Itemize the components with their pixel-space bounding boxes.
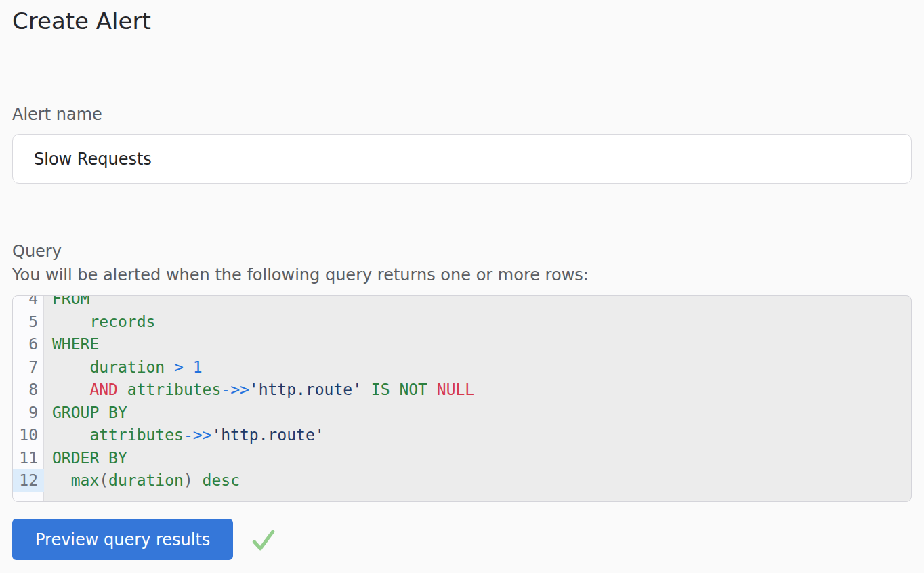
alert-name-input[interactable] — [12, 134, 912, 184]
code-text: FROM — [44, 295, 89, 311]
line-number: 11 — [13, 447, 44, 470]
code-text: records — [44, 311, 155, 334]
code-line[interactable]: 8 AND attributes->>'http.route' IS NOT N… — [13, 379, 911, 402]
code-text: ORDER BY — [44, 447, 127, 470]
line-number: 12 — [13, 469, 44, 492]
actions-row: Preview query results — [12, 519, 912, 560]
query-description: You will be alerted when the following q… — [12, 264, 912, 286]
line-number: 6 — [13, 333, 44, 356]
check-icon — [249, 525, 278, 555]
line-number: 10 — [13, 424, 44, 447]
code-line[interactable]: 9GROUP BY — [13, 402, 911, 425]
code-line[interactable]: 11ORDER BY — [13, 447, 911, 470]
line-number: 9 — [13, 402, 44, 425]
code-line[interactable]: 7 duration > 1 — [13, 356, 911, 379]
line-number: 5 — [13, 311, 44, 334]
code-line[interactable]: 10 attributes->>'http.route' — [13, 424, 911, 447]
line-number: 4 — [13, 295, 44, 311]
line-number: 8 — [13, 379, 44, 402]
code-line[interactable]: 4FROM — [13, 295, 911, 311]
code-lines: 4FROM5 records6WHERE7 duration > 18 AND … — [13, 295, 911, 492]
code-line[interactable]: 6WHERE — [13, 333, 911, 356]
page-title: Create Alert — [12, 0, 912, 37]
line-number: 7 — [13, 356, 44, 379]
code-text: AND attributes->>'http.route' IS NOT NUL… — [44, 379, 474, 402]
code-line[interactable]: 12 max(duration) desc — [13, 469, 911, 492]
code-text: attributes->>'http.route' — [44, 424, 324, 447]
sql-editor[interactable]: 4FROM5 records6WHERE7 duration > 18 AND … — [12, 295, 912, 502]
code-text: WHERE — [44, 333, 99, 356]
query-label: Query — [12, 240, 912, 262]
code-line[interactable]: 5 records — [13, 311, 911, 334]
preview-query-button[interactable]: Preview query results — [12, 519, 233, 560]
alert-name-label: Alert name — [12, 104, 912, 125]
code-text: GROUP BY — [44, 402, 127, 425]
code-text: max(duration) desc — [44, 469, 240, 492]
code-text: duration > 1 — [44, 356, 203, 379]
create-alert-page: Create Alert Alert name Query You will b… — [0, 0, 924, 560]
